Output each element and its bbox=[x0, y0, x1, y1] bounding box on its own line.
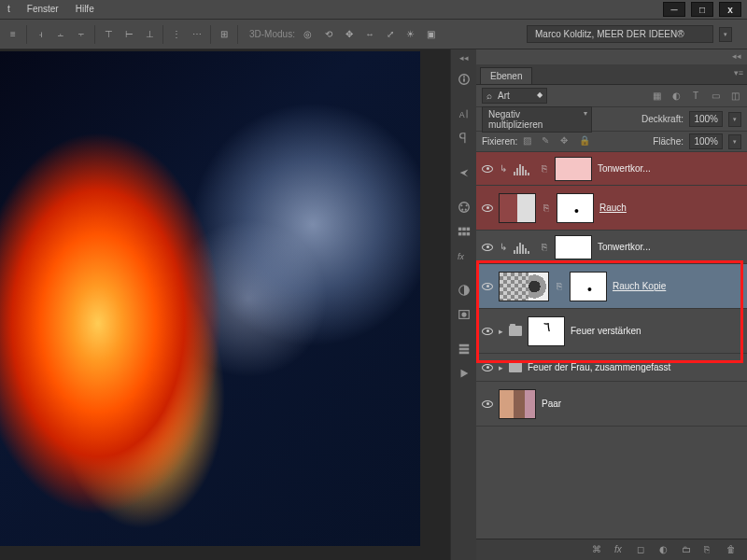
layer-row[interactable]: Paar bbox=[476, 382, 747, 427]
adjustment-icon[interactable]: ◐ bbox=[659, 544, 672, 557]
align-middle-icon[interactable]: ⊢ bbox=[121, 26, 136, 43]
link-icon[interactable]: ⎘ bbox=[542, 202, 551, 215]
swatches-panel-icon[interactable] bbox=[453, 219, 475, 243]
layer-row[interactable]: ↳ ⎘ Tonwertkor... bbox=[476, 152, 747, 186]
visibility-toggle[interactable] bbox=[476, 328, 499, 335]
align-center-icon[interactable]: ⫠ bbox=[53, 26, 68, 43]
blend-mode-dropdown[interactable]: Negativ multiplizieren bbox=[482, 106, 592, 133]
svg-rect-23 bbox=[458, 351, 469, 354]
filter-type-icon[interactable]: T bbox=[689, 90, 702, 103]
group-icon[interactable]: 🗀 bbox=[682, 544, 695, 557]
layer-thumb[interactable] bbox=[499, 193, 536, 223]
layer-mask-thumb[interactable] bbox=[557, 193, 594, 223]
layer-name[interactable]: Tonwertkor... bbox=[598, 242, 651, 252]
menu-fenster[interactable]: Fenster bbox=[27, 4, 59, 14]
layers-tab[interactable]: Ebenen bbox=[480, 67, 532, 84]
mask-icon[interactable]: ◻ bbox=[637, 544, 650, 557]
history-panel-icon[interactable] bbox=[453, 337, 475, 360]
visibility-toggle[interactable] bbox=[476, 400, 499, 408]
close-button[interactable]: x bbox=[719, 2, 741, 17]
document-canvas[interactable] bbox=[0, 51, 420, 546]
dist-h-icon[interactable]: ⋮ bbox=[169, 26, 184, 43]
minimize-button[interactable]: ─ bbox=[663, 2, 685, 17]
layer-thumb[interactable] bbox=[499, 389, 536, 419]
panel-menu-icon[interactable]: ▾≡ bbox=[734, 68, 743, 77]
color-panel-icon[interactable] bbox=[453, 195, 475, 218]
expand-arrow-icon[interactable]: ▸ bbox=[499, 363, 503, 372]
3d-zoom-icon[interactable]: ⤢ bbox=[383, 26, 398, 43]
paragraph-panel-icon[interactable] bbox=[453, 126, 475, 149]
filter-adjust-icon[interactable]: ◐ bbox=[669, 90, 683, 103]
align-right-icon[interactable]: ⫟ bbox=[74, 26, 89, 43]
maximize-button[interactable]: □ bbox=[691, 2, 713, 17]
lock-all-icon[interactable]: 🔒 bbox=[579, 135, 592, 148]
align-top-icon[interactable]: ⊤ bbox=[101, 26, 116, 43]
layer-filter-dropdown[interactable]: ⌕Art◆ bbox=[482, 88, 547, 104]
fill-dropdown[interactable]: ▾ bbox=[728, 134, 741, 149]
visibility-toggle[interactable] bbox=[476, 364, 499, 371]
user-field[interactable]: Marco Kolditz, MEER DER IDEEN® bbox=[527, 25, 713, 43]
actions-panel-icon[interactable] bbox=[453, 361, 475, 385]
layer-mask-thumb[interactable] bbox=[570, 272, 607, 301]
filter-pixel-icon[interactable]: ▦ bbox=[650, 90, 663, 103]
layer-row[interactable]: ↳ ⎘ Tonwertkor... bbox=[476, 231, 747, 264]
character-panel-icon[interactable]: A bbox=[453, 102, 475, 125]
tool-icon[interactable]: ≡ bbox=[6, 26, 21, 43]
expand-arrow-icon[interactable]: ▸ bbox=[499, 327, 503, 336]
filter-shape-icon[interactable]: ▭ bbox=[709, 90, 722, 103]
user-dropdown[interactable]: ▾ bbox=[719, 27, 732, 42]
layer-name[interactable]: Feuer verstärken bbox=[571, 326, 641, 336]
layer-name[interactable]: Feuer der Frau, zusammengefasst bbox=[528, 362, 670, 372]
align-left-icon[interactable]: ⫞ bbox=[33, 26, 48, 43]
visibility-toggle[interactable] bbox=[476, 204, 499, 212]
layer-name[interactable]: Rauch bbox=[599, 203, 627, 213]
lock-position-icon[interactable]: ✥ bbox=[560, 135, 573, 148]
opacity-dropdown[interactable]: ▾ bbox=[728, 112, 741, 127]
navigator-panel-icon[interactable] bbox=[453, 161, 475, 184]
filter-smart-icon[interactable]: ◫ bbox=[728, 90, 741, 103]
link-layers-icon[interactable]: ⌘ bbox=[592, 544, 605, 557]
visibility-toggle[interactable] bbox=[476, 244, 499, 251]
masks-panel-icon[interactable] bbox=[453, 302, 475, 326]
layer-thumb-content[interactable] bbox=[529, 272, 549, 301]
layer-name[interactable]: Paar bbox=[542, 399, 561, 409]
group-mask-thumb[interactable] bbox=[528, 316, 565, 346]
layer-row[interactable]: ⎘ Rauch bbox=[476, 186, 747, 231]
styles-panel-icon[interactable]: fx bbox=[453, 244, 475, 267]
delete-icon[interactable]: 🗑 bbox=[726, 544, 740, 557]
3d-light-icon[interactable]: ☀ bbox=[403, 26, 418, 43]
3d-orbit-icon[interactable]: ◎ bbox=[301, 26, 316, 43]
layer-row[interactable]: ▸ Feuer verstärken bbox=[476, 309, 747, 354]
visibility-toggle[interactable] bbox=[476, 283, 499, 290]
visibility-toggle[interactable] bbox=[476, 165, 499, 173]
layer-mask-thumb[interactable] bbox=[555, 235, 592, 259]
layer-name[interactable]: Tonwertkor... bbox=[598, 163, 651, 174]
lock-pixels-icon[interactable]: ✎ bbox=[542, 135, 555, 148]
link-icon[interactable]: ⎘ bbox=[555, 280, 564, 293]
align-bottom-icon[interactable]: ⊥ bbox=[142, 26, 157, 43]
collapse-panel-icon[interactable]: ◂◂ bbox=[732, 51, 741, 64]
layer-name[interactable]: Rauch Kopie bbox=[613, 281, 666, 291]
3d-rotate-icon[interactable]: ⟲ bbox=[321, 26, 336, 43]
info-panel-icon[interactable] bbox=[453, 67, 475, 91]
3d-pan-icon[interactable]: ✥ bbox=[342, 26, 357, 43]
fx-icon[interactable]: fx bbox=[614, 544, 627, 557]
fill-field[interactable]: 100% bbox=[689, 133, 723, 149]
dist-v-icon[interactable]: ⋯ bbox=[190, 26, 204, 43]
adjustments-panel-icon[interactable] bbox=[453, 278, 475, 301]
menu-hilfe[interactable]: Hilfe bbox=[76, 4, 94, 14]
menu-t[interactable]: t bbox=[7, 4, 10, 14]
3d-camera-icon[interactable]: ▣ bbox=[424, 26, 439, 43]
canvas-area[interactable] bbox=[0, 49, 450, 560]
layer-row[interactable]: ▸ Feuer der Frau, zusammengefasst bbox=[476, 354, 747, 382]
link-icon[interactable]: ⎘ bbox=[540, 162, 549, 175]
layer-row[interactable]: ⎘ Rauch Kopie bbox=[476, 264, 747, 309]
new-layer-icon[interactable]: ⎘ bbox=[704, 544, 717, 557]
layer-mask-thumb[interactable] bbox=[555, 157, 592, 181]
lock-transparency-icon[interactable]: ▨ bbox=[523, 135, 536, 148]
dist-spacing-icon[interactable]: ⊞ bbox=[217, 26, 232, 43]
3d-slide-icon[interactable]: ↔ bbox=[362, 26, 377, 43]
collapse-arrow-icon[interactable]: ◂◂ bbox=[459, 53, 469, 66]
opacity-field[interactable]: 100% bbox=[689, 111, 723, 127]
link-icon[interactable]: ⎘ bbox=[540, 241, 549, 254]
